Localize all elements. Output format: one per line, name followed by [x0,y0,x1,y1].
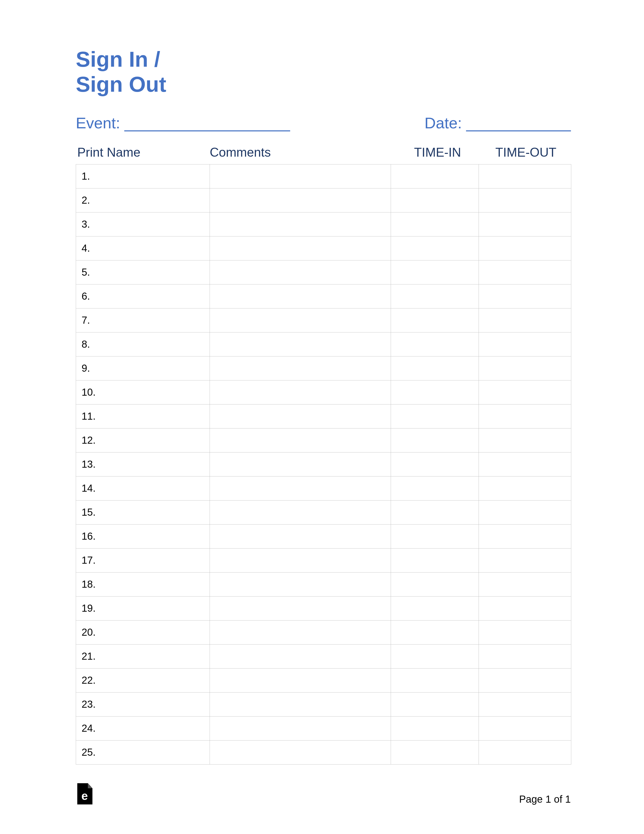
row-number-cell[interactable]: 11. [76,404,210,428]
time-out-cell[interactable] [479,212,571,236]
time-in-cell[interactable] [391,188,479,212]
time-in-cell[interactable] [391,572,479,596]
time-in-cell[interactable] [391,596,479,620]
row-number-cell[interactable]: 24. [76,716,210,740]
comments-cell[interactable] [210,524,391,548]
row-number-cell[interactable]: 22. [76,668,210,692]
time-out-cell[interactable] [479,404,571,428]
comments-cell[interactable] [210,212,391,236]
comments-cell[interactable] [210,356,391,380]
row-number-cell[interactable]: 4. [76,236,210,260]
row-number-cell[interactable]: 14. [76,476,210,500]
time-in-cell[interactable] [391,524,479,548]
row-number-cell[interactable]: 6. [76,284,210,308]
time-out-cell[interactable] [479,236,571,260]
time-out-cell[interactable] [479,596,571,620]
time-out-cell[interactable] [479,500,571,524]
time-out-cell[interactable] [479,428,571,452]
row-number-cell[interactable]: 2. [76,188,210,212]
time-in-cell[interactable] [391,260,479,284]
comments-cell[interactable] [210,620,391,644]
row-number-cell[interactable]: 3. [76,212,210,236]
row-number-cell[interactable]: 13. [76,452,210,476]
comments-cell[interactable] [210,188,391,212]
comments-cell[interactable] [210,308,391,332]
time-out-cell[interactable] [479,716,571,740]
time-in-cell[interactable] [391,500,479,524]
time-out-cell[interactable] [479,620,571,644]
time-in-cell[interactable] [391,212,479,236]
row-number-cell[interactable]: 18. [76,572,210,596]
time-in-cell[interactable] [391,380,479,404]
time-out-cell[interactable] [479,692,571,716]
time-in-cell[interactable] [391,716,479,740]
comments-cell[interactable] [210,260,391,284]
comments-cell[interactable] [210,716,391,740]
time-out-cell[interactable] [479,260,571,284]
time-out-cell[interactable] [479,380,571,404]
row-number-cell[interactable]: 19. [76,596,210,620]
comments-cell[interactable] [210,668,391,692]
row-number-cell[interactable]: 15. [76,500,210,524]
time-in-cell[interactable] [391,332,479,356]
time-in-cell[interactable] [391,308,479,332]
time-out-cell[interactable] [479,284,571,308]
time-in-cell[interactable] [391,476,479,500]
comments-cell[interactable] [210,644,391,668]
row-number-cell[interactable]: 16. [76,524,210,548]
row-number-cell[interactable]: 21. [76,644,210,668]
time-out-cell[interactable] [479,524,571,548]
time-out-cell[interactable] [479,668,571,692]
time-in-cell[interactable] [391,356,479,380]
time-in-cell[interactable] [391,692,479,716]
row-number-cell[interactable]: 12. [76,428,210,452]
comments-cell[interactable] [210,164,391,188]
time-in-cell[interactable] [391,236,479,260]
time-in-cell[interactable] [391,428,479,452]
comments-cell[interactable] [210,332,391,356]
time-out-cell[interactable] [479,332,571,356]
time-in-cell[interactable] [391,620,479,644]
row-number-cell[interactable]: 1. [76,164,210,188]
time-in-cell[interactable] [391,740,479,764]
comments-cell[interactable] [210,500,391,524]
time-in-cell[interactable] [391,668,479,692]
comments-cell[interactable] [210,548,391,572]
time-in-cell[interactable] [391,164,479,188]
time-in-cell[interactable] [391,452,479,476]
row-number-cell[interactable]: 7. [76,308,210,332]
comments-cell[interactable] [210,380,391,404]
comments-cell[interactable] [210,236,391,260]
time-in-cell[interactable] [391,404,479,428]
time-in-cell[interactable] [391,644,479,668]
time-in-cell[interactable] [391,548,479,572]
time-out-cell[interactable] [479,452,571,476]
time-out-cell[interactable] [479,476,571,500]
time-in-cell[interactable] [391,284,479,308]
row-number-cell[interactable]: 17. [76,548,210,572]
row-number-cell[interactable]: 23. [76,692,210,716]
time-out-cell[interactable] [479,356,571,380]
time-out-cell[interactable] [479,308,571,332]
row-number-cell[interactable]: 20. [76,620,210,644]
comments-cell[interactable] [210,740,391,764]
comments-cell[interactable] [210,692,391,716]
time-out-cell[interactable] [479,572,571,596]
time-out-cell[interactable] [479,644,571,668]
comments-cell[interactable] [210,572,391,596]
time-out-cell[interactable] [479,188,571,212]
row-number-cell[interactable]: 5. [76,260,210,284]
row-number-cell[interactable]: 25. [76,740,210,764]
comments-cell[interactable] [210,284,391,308]
event-field[interactable]: Event: ___________________ [76,114,290,132]
date-field[interactable]: Date: ____________ [424,114,571,132]
time-out-cell[interactable] [479,740,571,764]
comments-cell[interactable] [210,452,391,476]
comments-cell[interactable] [210,476,391,500]
comments-cell[interactable] [210,596,391,620]
time-out-cell[interactable] [479,164,571,188]
comments-cell[interactable] [210,404,391,428]
row-number-cell[interactable]: 10. [76,380,210,404]
row-number-cell[interactable]: 8. [76,332,210,356]
comments-cell[interactable] [210,428,391,452]
